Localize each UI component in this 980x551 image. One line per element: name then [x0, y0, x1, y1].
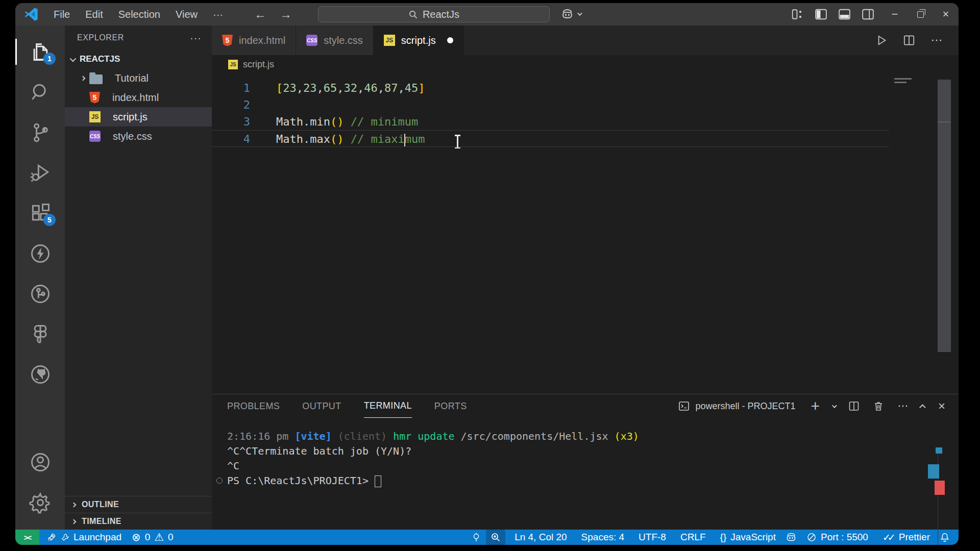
activity-account[interactable] [15, 442, 65, 482]
explorer-root-folder[interactable]: REACTJS [65, 50, 212, 68]
minimize-button[interactable]: − [882, 3, 908, 26]
terminal-output[interactable]: 2:16:16 pm [vite] (client) hmr update /s… [212, 418, 959, 530]
explorer-more-actions[interactable]: ··· [190, 32, 202, 44]
launchpad-status[interactable]: Launchpad [39, 532, 127, 543]
activity-explorer[interactable]: 1 [15, 32, 65, 72]
code-token: 45 [405, 82, 419, 94]
line-text: Math.max() // miaximum [250, 131, 425, 146]
split-terminal-icon[interactable] [848, 400, 860, 412]
panel-tab-terminal[interactable]: TERMINAL [364, 394, 412, 418]
file-row-style-css[interactable]: CSS style.css [65, 127, 212, 146]
command-decoration-icon[interactable] [216, 478, 223, 484]
activity-settings[interactable] [15, 482, 65, 522]
file-row-tutorial[interactable]: Tutorial [65, 68, 212, 88]
terminal-decoration-blue [936, 447, 942, 454]
code-editor[interactable]: 1[23,23,65,32,46,87,45]23Math.min() // m… [212, 73, 959, 394]
activity-thunder-client[interactable] [15, 233, 65, 273]
debug-icon [29, 162, 52, 184]
panel-more-actions-icon[interactable] [897, 400, 909, 412]
menu-selection[interactable]: Selection [111, 9, 168, 20]
activity-run-debug[interactable] [15, 153, 65, 193]
warnings-icon: ⚠ [154, 531, 164, 543]
command-center-search[interactable]: ReactJs [318, 6, 550, 22]
prettier-status[interactable]: ✓✓ Prettier [877, 532, 935, 543]
cursor-position[interactable]: Ln 4, Col 20 [509, 532, 572, 543]
activity-github[interactable] [15, 354, 65, 394]
terminal-decoration-red [935, 481, 945, 495]
code-token: () [330, 115, 344, 128]
more-actions-icon[interactable] [930, 34, 943, 47]
close-window-button[interactable]: × [933, 3, 959, 26]
activity-extensions[interactable]: 5 [15, 193, 65, 233]
copilot-chevron-down-icon[interactable] [577, 11, 582, 16]
file-row-index-html[interactable]: 5 index.html [65, 88, 212, 107]
tab-style-css[interactable]: CSS style.css [296, 26, 374, 55]
menu-view[interactable]: View [168, 9, 205, 20]
terminal-instance[interactable]: powershell - PROJECT1 [678, 400, 795, 412]
code-line[interactable]: 1[23,23,65,32,46,87,45] [212, 80, 959, 96]
encoding[interactable]: UTF-8 [633, 532, 671, 543]
nav-forward-icon[interactable]: → [280, 7, 292, 21]
toggle-secondary-sidebar-icon[interactable] [861, 8, 875, 20]
tab-index-html[interactable]: 5 index.html [212, 26, 296, 55]
live-server-port[interactable]: Port : 5500 [801, 532, 873, 543]
css-file-icon: CSS [89, 131, 101, 142]
split-editor-icon[interactable] [902, 34, 916, 47]
activity-search[interactable] [15, 72, 65, 112]
close-panel-button[interactable]: × [938, 399, 945, 413]
copilot-icon[interactable] [560, 7, 574, 21]
indentation[interactable]: Spaces: 4 [576, 532, 630, 543]
editor-scrollbar[interactable] [938, 80, 951, 352]
activity-figma[interactable] [15, 314, 65, 354]
menu-file[interactable]: File [46, 9, 78, 20]
language-mode[interactable]: {} JavaScript [715, 532, 781, 543]
code-line[interactable]: 3Math.min() // minimum [212, 113, 959, 130]
code-token: ] [418, 82, 425, 94]
tab-script-js[interactable]: JS script.js [374, 26, 464, 55]
customize-layout-icon[interactable] [791, 8, 804, 20]
notifications-bell-icon[interactable] [939, 532, 950, 543]
panel-tab-output[interactable]: OUTPUT [302, 394, 341, 418]
code-token [344, 115, 350, 128]
panel-tab-problems[interactable]: PROBLEMS [227, 394, 280, 418]
new-terminal-button[interactable]: + [811, 401, 820, 411]
code-token: () [330, 133, 344, 145]
outline-section[interactable]: OUTLINE [65, 496, 212, 513]
breadcrumb[interactable]: JS script.js [212, 55, 959, 73]
language-label: JavaScript [730, 532, 776, 543]
timeline-label: TIMELINE [82, 517, 121, 526]
timeline-section[interactable]: TIMELINE [65, 513, 212, 530]
code-token: 65 [324, 82, 337, 94]
kill-terminal-trash-icon[interactable] [872, 400, 885, 412]
terminal-cursor [375, 475, 381, 487]
unsaved-dot-icon[interactable] [447, 37, 453, 43]
minimap [894, 78, 912, 85]
nav-back-icon[interactable]: ← [254, 7, 266, 21]
eol-sequence[interactable]: CRLF [675, 532, 711, 543]
terminal-token: hmr update [393, 430, 460, 442]
search-icon [29, 81, 52, 104]
maximize-panel-chevron-icon[interactable] [919, 404, 926, 411]
code-line[interactable]: 2 [212, 96, 959, 113]
copilot-status-icon[interactable] [785, 531, 797, 543]
toggle-panel-icon[interactable] [838, 8, 851, 20]
run-file-icon[interactable] [875, 34, 888, 47]
code-line[interactable]: 4Math.max() // miaximum [212, 130, 889, 147]
remote-indicator[interactable]: >< [15, 530, 39, 545]
activity-git-graph[interactable] [15, 273, 65, 314]
problems-status[interactable]: ⊗ 0 ⚠ 0 [127, 531, 179, 543]
panel-tab-ports[interactable]: PORTS [434, 394, 467, 418]
activity-source-control[interactable] [15, 112, 65, 153]
terminal-dropdown-chevron-icon[interactable] [832, 403, 837, 408]
line-text [250, 96, 276, 113]
js-file-icon: JS [384, 35, 395, 46]
toggle-primary-sidebar-icon[interactable] [814, 8, 828, 20]
menu-more[interactable]: ··· [205, 9, 231, 20]
restore-button[interactable] [908, 3, 933, 26]
zoom-indicator[interactable] [486, 530, 505, 545]
terminal-token [608, 430, 615, 442]
menu-edit[interactable]: Edit [78, 9, 110, 20]
file-row-script-js[interactable]: JS script.js [65, 107, 212, 127]
terminal-icon [678, 400, 690, 412]
chevron-right-icon [71, 519, 77, 524]
